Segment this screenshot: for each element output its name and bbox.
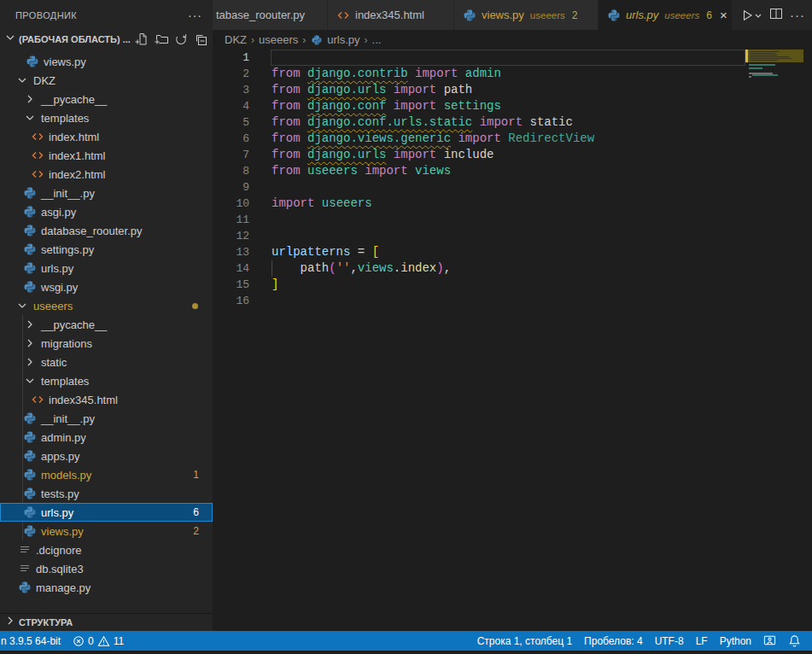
problems-status[interactable]: 0 11 bbox=[67, 635, 130, 647]
line-number: 5 bbox=[213, 114, 249, 131]
tree-item-static[interactable]: static bbox=[0, 353, 213, 371]
file-file-icon bbox=[18, 543, 32, 557]
chevron-right-icon bbox=[23, 92, 37, 106]
minimap[interactable] bbox=[745, 50, 803, 220]
line-number: 14 bbox=[213, 260, 249, 277]
editor-indent-guide bbox=[272, 260, 272, 277]
modified-dot bbox=[192, 303, 198, 309]
chevron-down-icon bbox=[15, 73, 29, 87]
tree-item-views-py[interactable]: views.py2 bbox=[0, 522, 213, 540]
tree-item-apps-py[interactable]: apps.py bbox=[0, 447, 213, 465]
tree-item-templates[interactable]: templates bbox=[0, 108, 213, 127]
line-number: 3 bbox=[213, 82, 249, 98]
tree-item-DKZ[interactable]: DKZ bbox=[0, 71, 213, 90]
python-version-status[interactable]: n 3.9.5 64-bit bbox=[0, 635, 67, 647]
warning-icon bbox=[97, 635, 110, 647]
code-line-11: 11 bbox=[213, 212, 812, 228]
code-editor[interactable]: 12from django.contrib import admin3from … bbox=[213, 50, 812, 309]
html-file-icon bbox=[31, 167, 44, 181]
code-line-16: 16 bbox=[213, 293, 812, 309]
py-file-icon bbox=[463, 9, 476, 22]
html-file-icon bbox=[31, 149, 44, 162]
tree-item-index-html[interactable]: index.html bbox=[0, 127, 213, 146]
feedback-icon[interactable] bbox=[757, 634, 782, 647]
new-file-icon[interactable] bbox=[135, 32, 149, 46]
eol-status[interactable]: LF bbox=[690, 635, 714, 647]
breadcrumb-item[interactable]: ... bbox=[372, 33, 382, 46]
breadcrumb-item[interactable]: DKZ bbox=[225, 33, 247, 46]
code-line-1: 1 bbox=[213, 50, 812, 66]
chevron-right-icon bbox=[23, 336, 37, 350]
py-file-icon bbox=[23, 412, 37, 425]
py-file-icon bbox=[18, 581, 32, 594]
line-number: 10 bbox=[213, 196, 249, 212]
encoding-status[interactable]: UTF-8 bbox=[649, 635, 690, 647]
code-line-9: 9 bbox=[213, 179, 812, 196]
chevron-down-icon bbox=[23, 111, 37, 125]
tab-index345-html[interactable]: index345.html bbox=[328, 0, 453, 30]
editor-actions: ··· bbox=[740, 0, 812, 30]
refresh-icon[interactable] bbox=[174, 32, 188, 46]
html-file-icon bbox=[336, 9, 350, 22]
tree-item-index2-html[interactable]: index2.html bbox=[0, 165, 213, 184]
tree-item-templates[interactable]: templates bbox=[0, 371, 213, 390]
line-number: 1 bbox=[213, 50, 249, 66]
tree-item-admin-py[interactable]: admin.py bbox=[0, 428, 213, 447]
notifications-bell-icon[interactable] bbox=[782, 634, 807, 647]
breadcrumb-item[interactable]: urls.py bbox=[327, 33, 359, 46]
structure-section-header[interactable]: СТРУКТУРА bbox=[0, 613, 213, 631]
workspace-section-header[interactable]: (РАБОЧАЯ ОБЛАСТЬ) ... bbox=[0, 30, 213, 49]
tree-item-index1-html[interactable]: index1.html bbox=[0, 146, 213, 165]
tree-item--pycache-[interactable]: __pycache__ bbox=[0, 90, 213, 108]
tree-item-asgi-py[interactable]: asgi.py bbox=[0, 202, 213, 221]
py-file-icon bbox=[23, 505, 37, 519]
py-file-icon bbox=[23, 261, 37, 275]
py-file-icon bbox=[26, 55, 39, 68]
tree-item-db-sqlite3[interactable]: db.sqlite3 bbox=[0, 559, 213, 578]
explorer-sidebar: ПРОВОДНИК ··· (РАБОЧАЯ ОБЛАСТЬ) ... view… bbox=[0, 0, 213, 631]
tree-item-index345-html[interactable]: index345.html bbox=[0, 390, 213, 409]
tree-item--pycache-[interactable]: __pycache__ bbox=[0, 315, 213, 334]
tree-item-urls-py[interactable]: urls.py bbox=[0, 259, 213, 277]
tab-bar: tabase_roouter.pyindex345.htmlviews.pyus… bbox=[213, 0, 812, 30]
explorer-more-icon[interactable]: ··· bbox=[188, 9, 202, 22]
code-line-6: 6from django.views.generic import Redire… bbox=[213, 131, 812, 147]
window-bottom-edge bbox=[0, 651, 812, 654]
breadcrumb-item[interactable]: useeers bbox=[259, 33, 298, 46]
breadcrumb-separator: › bbox=[302, 34, 306, 46]
tree-item-settings-py[interactable]: settings.py bbox=[0, 240, 213, 259]
editor-group: tabase_roouter.pyindex345.htmlviews.pyus… bbox=[213, 0, 812, 631]
tree-item-views-py[interactable]: views.py bbox=[0, 52, 213, 71]
tree-item--dcignore[interactable]: .dcignore bbox=[0, 540, 213, 559]
tree-item--init-py[interactable]: __init__.py bbox=[0, 409, 213, 428]
language-status[interactable]: Python bbox=[714, 635, 757, 647]
tab-urls-py[interactable]: urls.pyuseeers6× bbox=[599, 0, 732, 30]
cursor-position-status[interactable]: Строка 1, столбец 1 bbox=[471, 635, 578, 647]
breadcrumb: DKZ›useeers›urls.py›... bbox=[213, 30, 812, 50]
tab-views-py[interactable]: views.pyuseeers2 bbox=[454, 0, 598, 30]
indentation-status[interactable]: Пробелов: 4 bbox=[578, 635, 649, 647]
tree-item-useeers[interactable]: useeers bbox=[0, 296, 213, 315]
tree-item-database-roouter-py[interactable]: database_roouter.py bbox=[0, 221, 213, 240]
chevron-down-icon bbox=[23, 374, 37, 388]
close-icon[interactable]: × bbox=[720, 9, 727, 21]
collapse-all-icon[interactable] bbox=[194, 32, 207, 46]
chevron-right-icon bbox=[23, 355, 37, 369]
tree-item-manage-py[interactable]: manage.py bbox=[0, 578, 213, 597]
py-file-icon bbox=[23, 487, 37, 500]
tree-item--init-py[interactable]: __init__.py bbox=[0, 184, 213, 202]
split-editor-icon[interactable] bbox=[769, 7, 783, 24]
py-file-icon bbox=[23, 449, 37, 463]
tree-item-models-py[interactable]: models.py1 bbox=[0, 465, 213, 484]
editor-more-icon[interactable]: ··· bbox=[790, 8, 805, 22]
tree-item-migrations[interactable]: migrations bbox=[0, 334, 213, 353]
tree-item-wsgi-py[interactable]: wsgi.py bbox=[0, 277, 213, 296]
line-number: 2 bbox=[213, 66, 249, 82]
new-folder-icon[interactable] bbox=[155, 32, 168, 46]
tree-item-urls-py[interactable]: urls.py6 bbox=[0, 503, 213, 522]
tab-tabase-roouter-py[interactable]: tabase_roouter.py bbox=[213, 0, 327, 30]
tree-item-tests-py[interactable]: tests.py bbox=[0, 484, 213, 503]
code-line-8: 8from useeers import views bbox=[213, 163, 812, 179]
run-button[interactable] bbox=[740, 9, 762, 22]
code-line-14: 14 path('',views.index), bbox=[213, 260, 812, 277]
